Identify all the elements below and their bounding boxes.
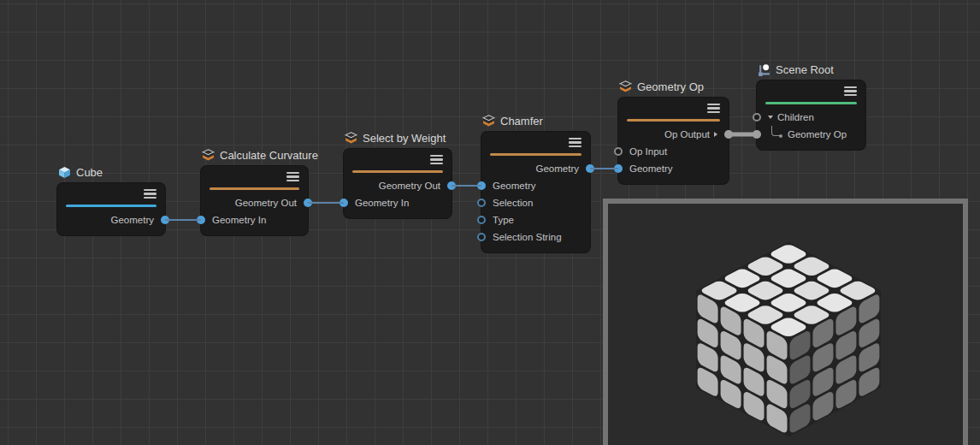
node-menu-icon[interactable] (286, 172, 299, 182)
node-row: Geometry In (201, 211, 308, 228)
port-label: Selection String (493, 232, 562, 242)
port-label: Geometry In (212, 215, 266, 225)
child-dot (779, 134, 782, 138)
node-select-by-weight[interactable]: Select by WeightGeometry OutGeometry In (344, 149, 452, 218)
node-title: Chamfer (482, 113, 543, 128)
node-title: Select by Weight (345, 130, 446, 145)
port-label: Type (493, 215, 514, 225)
node-menu-row (757, 85, 865, 98)
node-title-label: Scene Root (776, 63, 834, 76)
port-label: Geometry Out (379, 181, 440, 191)
port-geometry-out[interactable] (447, 181, 456, 190)
node-title-label: Select by Weight (363, 132, 446, 145)
port-label: Geometry (111, 215, 155, 225)
port-geometry[interactable] (586, 164, 594, 173)
port-label: Selection (493, 198, 533, 208)
node-row: Geometry Out (201, 194, 308, 211)
port-geometry[interactable] (614, 164, 623, 173)
port-geometry-out[interactable] (304, 199, 312, 207)
node-row: Geometry (481, 160, 590, 177)
chevron-down-icon[interactable] (768, 116, 773, 119)
node-color-bar (765, 102, 857, 104)
port-type[interactable] (477, 216, 486, 224)
node-row: Geometry (618, 160, 729, 177)
port-children[interactable] (753, 113, 761, 122)
geometry-modifier-icon (619, 80, 632, 93)
node-menu-icon[interactable] (430, 155, 443, 165)
node-row: Geometry In (344, 194, 452, 211)
node-title-label: Cube (76, 166, 103, 179)
port-label: Children (777, 112, 814, 122)
node-row: Op Input (618, 143, 729, 160)
port-label: Geometry (493, 181, 536, 191)
port-geometry[interactable] (161, 216, 169, 224)
node-row: Selection String (481, 228, 590, 246)
node-chamfer[interactable]: ChamferGeometryGeometrySelectionTypeSele… (481, 132, 590, 252)
node-menu-icon[interactable] (144, 189, 156, 199)
node-row: Op Output (618, 126, 729, 143)
port-label: Geometry (629, 163, 673, 174)
port-selection-string[interactable] (477, 233, 486, 241)
node-color-bar (627, 119, 720, 122)
node-menu-row (201, 170, 308, 183)
node-color-bar (352, 170, 443, 173)
node-color-bar (66, 205, 156, 207)
port-geometry-in[interactable] (197, 216, 205, 224)
chevron-right-icon (714, 132, 717, 137)
node-menu-row (618, 102, 729, 115)
node-menu-icon[interactable] (707, 104, 720, 114)
node-row: Geometry Out (344, 177, 452, 194)
node-menu-icon[interactable] (844, 86, 857, 97)
cube-icon (58, 166, 71, 179)
port-label: Geometry In (355, 198, 409, 208)
node-title-label: Chamfer (500, 115, 543, 128)
node-row: Type (481, 211, 590, 228)
port-geometry-op[interactable] (753, 130, 761, 139)
node-title-label: Geometry Op (637, 80, 704, 93)
node-menu-row (344, 153, 452, 166)
node-title: Calculate Curvature (202, 147, 318, 163)
port-selection[interactable] (477, 199, 486, 207)
node-calculate-curvature[interactable]: Calculate CurvatureGeometry OutGeometry … (201, 166, 308, 235)
port-label: Op Output (664, 129, 710, 139)
node-color-bar (490, 153, 582, 156)
scene-root-icon (758, 63, 770, 76)
geometry-modifier-icon (482, 115, 495, 128)
node-row: Geometry (481, 177, 590, 194)
node-title: Geometry Op (619, 79, 704, 94)
node-title: Scene Root (758, 62, 834, 77)
node-cube[interactable]: CubeGeometry (57, 183, 165, 235)
geometry-modifier-icon (345, 132, 357, 145)
node-title: Cube (58, 164, 103, 180)
port-op-input[interactable] (614, 147, 623, 156)
node-menu-row (481, 136, 590, 149)
node-scene-root[interactable]: Scene RootChildrenGeometry Op (757, 80, 865, 150)
node-row: Children (757, 109, 865, 126)
node-geometry-op[interactable]: Geometry OpOp OutputOp InputGeometry (618, 98, 729, 184)
port-geometry[interactable] (477, 181, 486, 190)
node-row: Geometry (57, 211, 165, 228)
port-label: Geometry Out (235, 198, 297, 208)
node-menu-icon[interactable] (569, 138, 582, 148)
node-color-bar (210, 187, 299, 190)
node-row: Geometry Op (757, 126, 865, 143)
node-title-label: Calculate Curvature (220, 149, 318, 162)
node-menu-row (57, 187, 165, 200)
port-label: Geometry Op (788, 129, 847, 139)
port-geometry-in[interactable] (339, 199, 348, 207)
port-label: Geometry (536, 163, 580, 174)
node-row: Selection (481, 194, 590, 211)
port-op-output[interactable] (724, 130, 733, 139)
port-label: Op Input (629, 146, 667, 157)
geometry-modifier-icon (202, 149, 215, 162)
